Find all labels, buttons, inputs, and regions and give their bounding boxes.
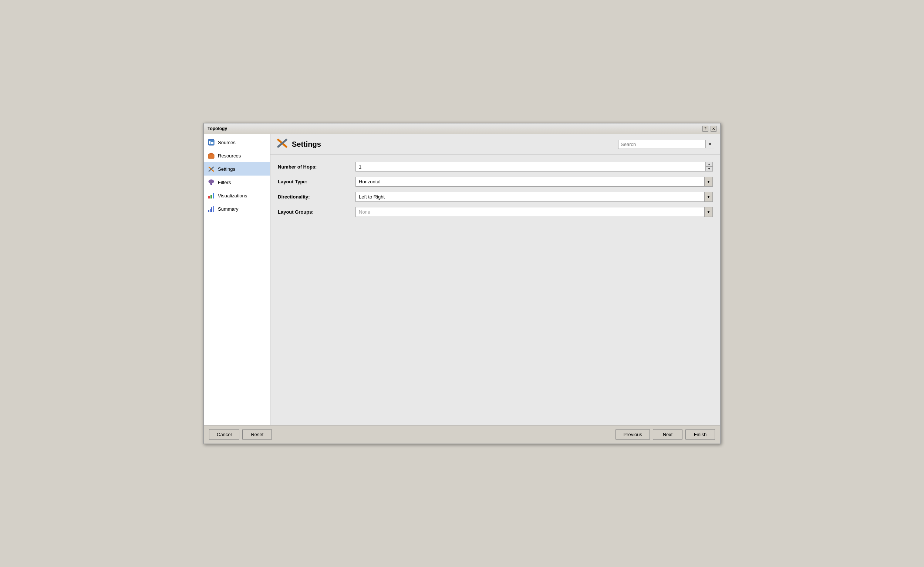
svg-rect-2 [211,142,214,144]
summary-icon [208,205,215,213]
visualizations-icon [208,192,215,199]
content-title: Settings [276,137,321,151]
main-area: Sources Resources [204,134,720,425]
layout-type-select[interactable]: Horizontal ▼ [355,177,713,187]
directionality-arrow[interactable]: ▼ [704,192,712,201]
svg-rect-1 [209,141,211,144]
footer-left: Cancel Reset [209,429,272,440]
svg-rect-15 [211,207,212,212]
search-box[interactable]: ✕ [618,140,714,149]
directionality-value: Left to Right [356,192,704,201]
sidebar-item-resources[interactable]: Resources [204,149,270,162]
sidebar: Sources Resources [204,134,270,425]
layout-groups-select[interactable]: None ▼ [355,207,713,217]
resources-icon [208,152,215,159]
reset-button[interactable]: Reset [242,429,272,440]
layout-groups-arrow[interactable]: ▼ [704,207,712,217]
layout-type-arrow[interactable]: ▼ [704,177,712,186]
titlebar: Topology ? ✕ [204,123,720,134]
help-button[interactable]: ? [703,126,708,132]
layout-type-value: Horizontal [356,177,704,186]
sidebar-item-summary[interactable]: Summary [204,202,270,216]
topology-window: Topology ? ✕ Sources [203,123,721,444]
sidebar-item-resources-label: Resources [218,153,241,159]
layout-groups-value: None [356,207,704,217]
num-hops-up-button[interactable]: ▲ [706,162,712,167]
layout-groups-control: None ▼ [355,207,713,217]
layout-type-control: Horizontal ▼ [355,177,713,187]
filters-icon [208,178,215,186]
svg-rect-16 [213,206,214,212]
settings-title-icon [276,137,288,151]
sidebar-item-visualizations[interactable]: Visualizations [204,189,270,202]
sidebar-item-visualizations-label: Visualizations [218,193,247,198]
content-header: Settings ✕ [270,134,720,154]
sidebar-item-settings-label: Settings [218,166,235,172]
directionality-select[interactable]: Left to Right ▼ [355,192,713,202]
svg-rect-13 [208,210,209,212]
footer-right: Previous Next Finish [615,429,715,440]
window-title: Topology [208,126,227,131]
next-button[interactable]: Next [653,429,682,440]
num-hops-control: ▲ ▼ [355,162,713,171]
layout-groups-row: Layout Groups: None ▼ [278,207,713,217]
num-hops-down-button[interactable]: ▼ [706,167,712,171]
content-title-text: Settings [292,140,321,148]
sidebar-item-settings[interactable]: Settings [204,162,270,176]
sources-icon [208,139,215,146]
cancel-button[interactable]: Cancel [209,429,239,440]
num-hops-label: Number of Hops: [278,164,352,170]
finish-button[interactable]: Finish [685,429,715,440]
directionality-row: Directionality: Left to Right ▼ [278,192,713,202]
svg-rect-10 [208,196,210,198]
content-area: Settings ✕ Number of Hops: ▲ [270,134,720,425]
svg-rect-11 [211,195,212,198]
svg-marker-4 [208,153,214,154]
layout-type-label: Layout Type: [278,179,352,184]
sidebar-item-summary-label: Summary [218,206,239,212]
previous-button[interactable]: Previous [615,429,650,440]
svg-rect-12 [213,193,214,198]
content-body: Number of Hops: ▲ ▼ Layout Type: [270,154,720,425]
num-hops-spinner[interactable]: ▲ ▼ [355,162,713,171]
svg-rect-14 [210,209,211,212]
sidebar-item-sources[interactable]: Sources [204,136,270,149]
svg-rect-8 [210,182,212,184]
sidebar-item-sources-label: Sources [218,140,236,145]
svg-rect-9 [211,184,212,185]
footer: Cancel Reset Previous Next Finish [204,425,720,444]
titlebar-controls: ? ✕ [703,126,716,132]
search-input[interactable] [619,140,706,148]
settings-icon [208,165,215,172]
directionality-label: Directionality: [278,194,352,200]
sidebar-item-filters-label: Filters [218,180,231,185]
close-button[interactable]: ✕ [710,126,716,132]
search-close-button[interactable]: ✕ [706,140,714,148]
num-hops-spin-buttons: ▲ ▼ [706,162,712,171]
svg-rect-3 [208,154,214,159]
num-hops-row: Number of Hops: ▲ ▼ [278,162,713,171]
directionality-control: Left to Right ▼ [355,192,713,202]
num-hops-input[interactable] [356,162,706,171]
layout-groups-label: Layout Groups: [278,209,352,215]
layout-type-row: Layout Type: Horizontal ▼ [278,177,713,187]
sidebar-item-filters[interactable]: Filters [204,176,270,189]
